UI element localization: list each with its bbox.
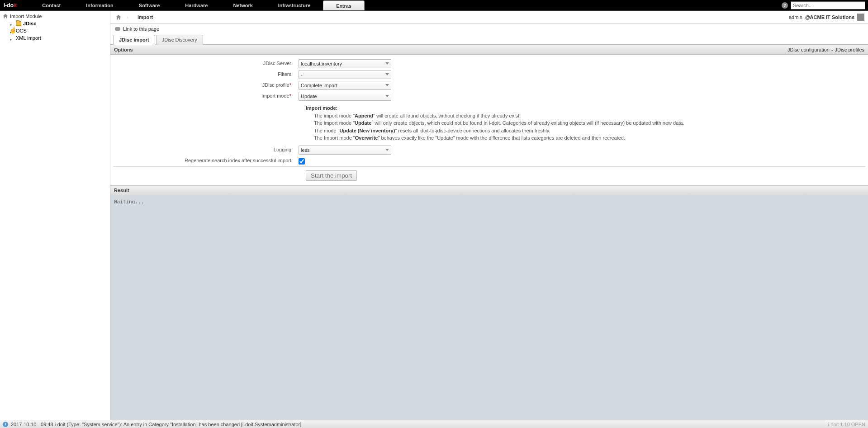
nav-network[interactable]: Network (220, 0, 265, 10)
nav-extras[interactable]: Extras (323, 0, 365, 10)
link-to-page-bar: Link to this page (110, 24, 868, 34)
breadcrumb-separator: › (123, 14, 132, 20)
info-line-2: The import mode "Update" will only creat… (314, 120, 684, 126)
sidebar-item-label: OCS (16, 28, 27, 33)
select-jdisc-profile[interactable]: Complete import (299, 81, 391, 90)
options-title: Options (114, 47, 133, 52)
select-logging[interactable]: less (299, 146, 391, 155)
sidebar-root-label: Import Module (10, 14, 42, 19)
status-version: i-doit 1.10 OPEN (828, 422, 865, 427)
sidebar-item-label: XML import (16, 35, 41, 41)
jdisc-config-link[interactable]: JDisc configuration (787, 47, 830, 52)
label-filters: Filters (113, 70, 299, 77)
import-mode-info: Import mode: The import mode "Append" wi… (306, 104, 865, 142)
label-jdisc-server: JDisc Server (113, 59, 299, 66)
home-icon (3, 14, 8, 19)
breadcrumb-home-button[interactable] (114, 13, 123, 22)
sidebar-item-label: JDisc (23, 21, 36, 26)
top-nav-bar: i-doit Contact Information Software Hard… (0, 0, 868, 11)
row-regenerate-index: Regenerate search index after successful… (113, 156, 865, 165)
row-jdisc-server: JDisc Server localhost:inventory (113, 59, 865, 68)
label-jdisc-profile: JDisc profile* (113, 81, 299, 88)
info-line-1: The import mode "Append" will create all… (314, 113, 521, 118)
nav-infrastructure[interactable]: Infrastructure (266, 0, 323, 10)
tree-toggle-icon[interactable] (10, 29, 14, 33)
result-body: Waiting... (110, 195, 868, 420)
nav-contact[interactable]: Contact (29, 0, 73, 10)
logo-text-pre: i-do (4, 2, 14, 9)
label-regenerate-index: Regenerate search index after successful… (113, 156, 299, 163)
tab-jdisc-discovery[interactable]: JDisc Discovery (156, 35, 203, 45)
button-row: Start the import (113, 166, 865, 183)
select-jdisc-server[interactable]: localhost:inventory (299, 59, 391, 68)
breadcrumb-current: Import (132, 14, 153, 20)
sidebar-tree: JDisc OCS XML import (0, 20, 110, 42)
options-header: Options JDisc configuration - JDisc prof… (110, 45, 868, 55)
tree-toggle-icon[interactable] (10, 22, 14, 26)
status-message: 2017-10-10 - 09:48 i-doit (Type: "System… (11, 422, 301, 427)
checkbox-regenerate-index[interactable] (299, 158, 305, 165)
row-import-mode: Import mode* Update (113, 92, 865, 101)
row-filters: Filters - (113, 70, 865, 79)
sidebar: Import Module JDisc OCS XML import ☝ (0, 11, 110, 420)
row-logging: Logging less (113, 146, 865, 155)
info-icon: i (3, 422, 8, 427)
breadcrumb-bar: › Import admin @ACME IT Solutions (110, 11, 868, 24)
info-title: Import mode: (306, 105, 337, 111)
options-link-sep: - (831, 47, 833, 52)
result-header: Result (110, 186, 868, 195)
tree-toggle-icon[interactable] (10, 36, 14, 40)
form-area: JDisc Server localhost:inventory Filters… (110, 55, 868, 186)
nav-information[interactable]: Information (73, 0, 126, 10)
nav-software[interactable]: Software (126, 0, 172, 10)
start-import-button[interactable]: Start the import (306, 170, 357, 181)
logo-text-red: it (14, 2, 17, 9)
search-input[interactable] (791, 1, 865, 9)
avatar-icon[interactable] (857, 14, 864, 21)
select-import-mode[interactable]: Update (299, 92, 391, 101)
sidebar-item-jdisc[interactable]: JDisc (7, 20, 110, 27)
info-line-3: The mode "Update (New inventory)" resets… (314, 128, 550, 133)
status-bar: i 2017-10-10 - 09:48 i-doit (Type: "Syst… (0, 420, 868, 428)
options-links: JDisc configuration - JDisc profiles (787, 47, 864, 52)
main-layout: Import Module JDisc OCS XML import ☝ (0, 11, 868, 420)
sidebar-item-xml[interactable]: XML import (7, 34, 110, 42)
label-import-mode: Import mode* (113, 92, 299, 99)
link-icon (115, 27, 120, 31)
breadcrumb-user-area: admin @ACME IT Solutions (789, 14, 864, 21)
current-user: admin (789, 14, 802, 20)
current-tenant: @ACME IT Solutions (805, 14, 854, 20)
label-logging: Logging (113, 146, 299, 152)
home-icon (115, 14, 122, 20)
info-line-4: The Import mode "Overwrite" behaves exac… (314, 135, 625, 141)
main-nav: Contact Information Software Hardware Ne… (29, 0, 365, 10)
sidebar-root[interactable]: Import Module (0, 13, 110, 20)
tabs: JDisc import JDisc Discovery (110, 34, 868, 45)
logo[interactable]: i-doit (0, 0, 20, 10)
select-filters[interactable]: - (299, 70, 391, 79)
row-jdisc-profile: JDisc profile* Complete import (113, 81, 865, 90)
folder-icon (16, 21, 21, 26)
jdisc-profiles-link[interactable]: JDisc profiles (835, 47, 864, 52)
link-to-page[interactable]: Link to this page (123, 26, 159, 32)
sidebar-item-ocs[interactable]: OCS (7, 27, 110, 34)
help-icon[interactable]: ? (782, 2, 788, 9)
tab-jdisc-import[interactable]: JDisc import (113, 35, 155, 45)
topbar-right: ? (782, 0, 868, 10)
content: › Import admin @ACME IT Solutions Link t… (110, 11, 868, 420)
nav-hardware[interactable]: Hardware (172, 0, 220, 10)
